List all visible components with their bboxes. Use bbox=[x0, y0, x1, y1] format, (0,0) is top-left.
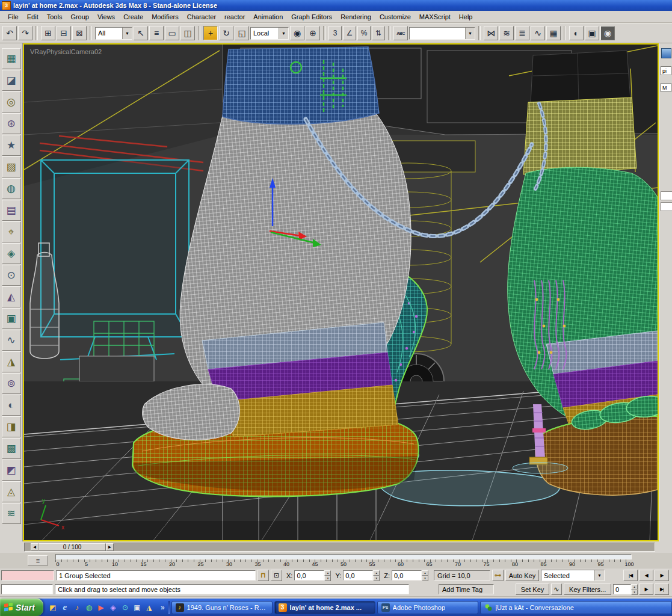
z-spinner[interactable]: ▴▾ bbox=[422, 570, 428, 581]
left-toolbar-icon-7[interactable]: ◍ bbox=[2, 178, 21, 199]
play-animation-button[interactable]: ▶ bbox=[655, 570, 669, 581]
dropdown-arrow-icon[interactable]: ▼ bbox=[594, 570, 604, 581]
quick-launch-icon-7[interactable]: ⊙ bbox=[120, 602, 131, 613]
quick-launch-icon-6[interactable]: ◈ bbox=[108, 602, 119, 613]
quick-launch-icon-2[interactable]: e bbox=[60, 602, 70, 613]
menu-item-modifiers[interactable]: Modifiers bbox=[147, 12, 183, 22]
maxscript-mini-listener-pink[interactable] bbox=[1, 570, 54, 581]
dropdown-arrow-icon[interactable]: ▼ bbox=[465, 28, 475, 39]
quick-render-button[interactable]: ◉ bbox=[600, 26, 615, 40]
track-bar-key-area[interactable] bbox=[55, 554, 632, 559]
set-key-button[interactable]: Set Key bbox=[516, 584, 549, 595]
command-panel-tab-icon[interactable] bbox=[661, 48, 671, 58]
selected-set-dropdown[interactable]: Selected ▼ bbox=[541, 570, 605, 581]
left-toolbar-icon-18[interactable]: ◨ bbox=[2, 416, 21, 437]
snap-toggle-button[interactable]: 3 bbox=[328, 26, 342, 40]
task-button-photoshop[interactable]: Ps Adobe Photoshop bbox=[377, 601, 478, 614]
select-and-scale-button[interactable]: ◱ bbox=[235, 26, 249, 40]
menu-item-help[interactable]: Help bbox=[455, 12, 477, 22]
left-toolbar-icon-11[interactable]: ⊙ bbox=[2, 265, 21, 286]
time-slider-handle[interactable]: 0 / 100 bbox=[39, 543, 106, 551]
y-spinner[interactable]: ▴▾ bbox=[373, 570, 380, 581]
align-button[interactable]: ≋ bbox=[499, 26, 514, 40]
left-toolbar-icon-4[interactable]: ⊛ bbox=[2, 113, 21, 134]
undo-button[interactable]: ↶ bbox=[2, 26, 17, 40]
x-coordinate-field[interactable]: 0,0 ▴▾ bbox=[294, 570, 331, 581]
side-panel-field-m[interactable]: M bbox=[661, 83, 671, 92]
dropdown-arrow-icon[interactable]: ▼ bbox=[279, 28, 288, 39]
task-button-messenger[interactable]: jUzt a kAt - Conversazione bbox=[480, 601, 672, 614]
x-value[interactable]: 0,0 bbox=[294, 570, 324, 581]
select-and-link-button[interactable]: ⊞ bbox=[41, 26, 55, 40]
key-filter-curve-button[interactable]: ∿ bbox=[551, 584, 563, 595]
quick-launch-icon-1[interactable]: ◩ bbox=[48, 602, 58, 613]
current-frame-value[interactable]: 0 bbox=[613, 584, 631, 594]
select-and-move-button[interactable]: + bbox=[203, 26, 218, 40]
y-value[interactable]: 0,0 bbox=[343, 570, 373, 581]
menu-item-edit[interactable]: Edit bbox=[23, 12, 43, 22]
quick-launch-overflow-chevron[interactable]: » bbox=[159, 603, 167, 612]
menu-item-rendering[interactable]: Rendering bbox=[336, 12, 375, 22]
left-toolbar-icon-12[interactable]: ◭ bbox=[2, 286, 21, 307]
menu-item-reactor[interactable]: reactor bbox=[220, 12, 249, 22]
left-toolbar-icon-1[interactable]: ▦ bbox=[2, 48, 21, 69]
quick-launch-icon-3[interactable]: ♪ bbox=[72, 602, 82, 613]
side-panel-blank-field[interactable] bbox=[661, 191, 672, 200]
select-by-name-button[interactable]: ≡ bbox=[149, 26, 164, 40]
side-panel-field-pi[interactable]: pi bbox=[661, 66, 671, 75]
left-toolbar-icon-20[interactable]: ◩ bbox=[2, 460, 21, 481]
angle-snap-button[interactable]: ∠ bbox=[343, 26, 356, 40]
z-coordinate-field[interactable]: 0,0 ▴▾ bbox=[392, 570, 428, 581]
task-button-3dsmax[interactable]: 3 layin' at home 2.max ... bbox=[274, 601, 375, 614]
key-filters-button[interactable]: Key Filters... bbox=[564, 584, 611, 595]
time-slider-next-button[interactable]: ► bbox=[106, 543, 114, 551]
bind-to-spacewarp-button[interactable]: ⊠ bbox=[72, 26, 87, 40]
time-slider-track[interactable]: ◄ 0 / 100 ► bbox=[24, 543, 655, 552]
task-button-winamp[interactable]: ♪ 1949. Guns n' Roses - Ra... bbox=[171, 601, 273, 614]
left-toolbar-icon-10[interactable]: ◈ bbox=[2, 243, 21, 264]
left-toolbar-icon-3[interactable]: ◎ bbox=[2, 91, 21, 112]
left-toolbar-icon-6[interactable]: ▨ bbox=[2, 156, 21, 177]
auto-key-button[interactable]: Auto Key bbox=[505, 570, 539, 581]
left-toolbar-icon-13[interactable]: ▣ bbox=[2, 308, 21, 329]
viewport[interactable]: x y VRayPhysicalCamera02 bbox=[23, 43, 659, 541]
time-slider-prev-button[interactable]: ◄ bbox=[31, 543, 39, 551]
previous-frame-button[interactable]: ◀ bbox=[639, 570, 653, 581]
left-toolbar-icon-15[interactable]: ◮ bbox=[2, 351, 21, 372]
left-toolbar-icon-22[interactable]: ≋ bbox=[2, 503, 21, 524]
select-and-rotate-button[interactable]: ↻ bbox=[219, 26, 233, 40]
unlink-selection-button[interactable]: ⊟ bbox=[57, 26, 71, 40]
set-key-mode-icon[interactable]: ⊶ bbox=[492, 570, 504, 581]
menu-item-group[interactable]: Group bbox=[66, 12, 93, 22]
current-frame-field[interactable]: 0 ▴▾ bbox=[613, 584, 638, 594]
left-toolbar-icon-17[interactable]: ◐ bbox=[2, 395, 21, 416]
quick-launch-icon-8[interactable]: ▣ bbox=[132, 602, 143, 613]
y-coordinate-field[interactable]: 0,0 ▴▾ bbox=[343, 570, 380, 581]
x-spinner[interactable]: ▴▾ bbox=[324, 570, 331, 581]
add-time-tag-pane[interactable]: Add Time Tag bbox=[439, 584, 494, 594]
go-to-end-button[interactable]: ▶| bbox=[655, 584, 669, 595]
next-frame-button[interactable]: ▶ bbox=[639, 584, 653, 595]
render-setup-button[interactable]: ▣ bbox=[585, 26, 599, 40]
left-toolbar-icon-16[interactable]: ⊚ bbox=[2, 373, 21, 394]
menu-item-views[interactable]: Views bbox=[93, 12, 119, 22]
material-editor-button[interactable]: ◐ bbox=[569, 26, 584, 40]
spinner-snap-button[interactable]: ⇅ bbox=[372, 26, 385, 40]
maxscript-mini-listener-white[interactable] bbox=[1, 584, 53, 594]
left-toolbar-icon-21[interactable]: ◬ bbox=[2, 481, 21, 502]
quick-launch-icon-9[interactable]: ◮ bbox=[144, 602, 155, 613]
start-button[interactable]: Start bbox=[0, 599, 43, 616]
left-toolbar-icon-14[interactable]: ∿ bbox=[2, 330, 21, 351]
named-selection-dropdown[interactable]: ▼ bbox=[409, 27, 475, 40]
menu-item-create[interactable]: Create bbox=[119, 12, 147, 22]
percent-snap-button[interactable]: % bbox=[357, 26, 371, 40]
dropdown-arrow-icon[interactable]: ▼ bbox=[122, 28, 132, 39]
window-crossing-toggle-button[interactable]: ◫ bbox=[180, 26, 195, 40]
quick-launch-icon-4[interactable]: ◍ bbox=[84, 602, 94, 613]
viewport-camera-label[interactable]: VRayPhysicalCamera02 bbox=[30, 48, 102, 55]
selection-filter-dropdown[interactable]: All ▼ bbox=[95, 27, 132, 40]
left-toolbar-icon-5[interactable]: ★ bbox=[2, 135, 21, 156]
left-toolbar-icon-19[interactable]: ▩ bbox=[2, 438, 21, 459]
curve-editor-button[interactable]: ∿ bbox=[531, 26, 545, 40]
menu-item-graph-editors[interactable]: Graph Editors bbox=[287, 12, 336, 22]
